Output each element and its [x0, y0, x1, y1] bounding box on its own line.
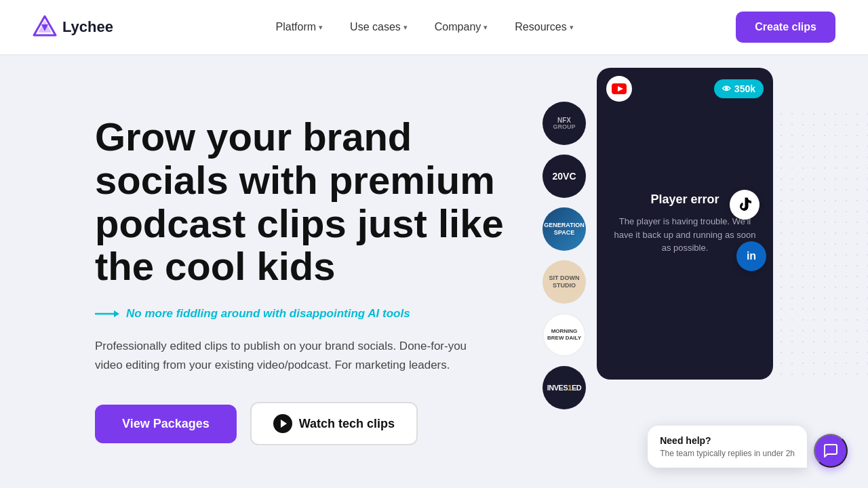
logo-text: Lychee: [62, 18, 113, 36]
chevron-down-icon: ▾: [403, 23, 408, 32]
nav-item-usecases[interactable]: Use cases ▾: [339, 16, 418, 39]
podcast-avatar-morning: MORNING BREW DAILY: [542, 313, 586, 357]
chat-widget: Need help? The team typically replies in…: [648, 426, 848, 468]
hero-subtitle-row: No more fiddling around with disappointi…: [95, 307, 542, 321]
hero-description: Professionally edited clips to publish o…: [95, 337, 488, 375]
tiktok-badge: [730, 190, 760, 220]
chat-open-button[interactable]: [814, 434, 848, 468]
nav-item-company[interactable]: Company ▾: [424, 16, 498, 39]
logo[interactable]: Lychee: [33, 15, 113, 39]
chevron-down-icon: ▾: [319, 23, 323, 32]
eye-icon: 👁: [722, 84, 731, 94]
hero-buttons: View Packages Watch tech clips: [95, 402, 542, 445]
chat-bubble-subtitle: The team typically replies in under 2h: [660, 449, 795, 458]
hero-content: Grow your brand socials with premium pod…: [95, 95, 542, 445]
view-packages-button[interactable]: View Packages: [95, 405, 237, 443]
chevron-down-icon: ▾: [484, 23, 488, 32]
nav-item-platform[interactable]: Platform ▾: [265, 16, 334, 39]
svg-marker-4: [114, 310, 119, 317]
hero-title: Grow your brand socials with premium pod…: [95, 115, 542, 288]
create-clips-button[interactable]: Create clips: [736, 12, 835, 43]
nav-links: Platform ▾ Use cases ▾ Company ▾ Resourc…: [265, 16, 585, 39]
nav-item-resources[interactable]: Resources ▾: [504, 16, 584, 39]
youtube-badge: [606, 76, 632, 102]
podcast-avatar-generation: GENERATION SPACE: [542, 207, 586, 251]
podcast-avatar-20vc: 20VC: [542, 155, 586, 198]
views-badge: 👁 350k: [714, 79, 764, 98]
watch-tech-clips-button[interactable]: Watch tech clips: [250, 402, 418, 445]
player-top-bar: 👁 350k: [597, 68, 773, 110]
arrow-right-icon: [95, 308, 119, 319]
podcast-avatar-sitdown: SIT DOWN STUDIO: [542, 260, 586, 304]
navbar: Lychee Platform ▾ Use cases ▾ Company ▾ …: [0, 0, 868, 54]
hero-subtitle-text: No more fiddling around with disappointi…: [126, 307, 410, 321]
play-icon: [273, 414, 292, 433]
chevron-down-icon: ▾: [570, 23, 574, 32]
hero-section: Grow your brand socials with premium pod…: [0, 54, 868, 488]
chat-bubble: Need help? The team typically replies in…: [648, 426, 807, 468]
podcast-avatar-nfx: NFX GROUP: [542, 102, 586, 145]
podcast-avatar-invested: INVES1ED: [542, 366, 586, 409]
chat-icon: [823, 443, 839, 459]
linkedin-badge: in: [736, 241, 766, 271]
podcast-icons-list: NFX GROUP 20VC GENERATION SPACE SIT DOWN…: [542, 102, 586, 409]
video-player-card: 👁 350k Player error The player is having…: [597, 68, 773, 380]
chat-bubble-title: Need help?: [660, 435, 795, 446]
player-error-text: The player is having trouble. We'll have…: [610, 215, 760, 255]
hero-visual: NFX GROUP 20VC GENERATION SPACE SIT DOWN…: [542, 68, 868, 488]
